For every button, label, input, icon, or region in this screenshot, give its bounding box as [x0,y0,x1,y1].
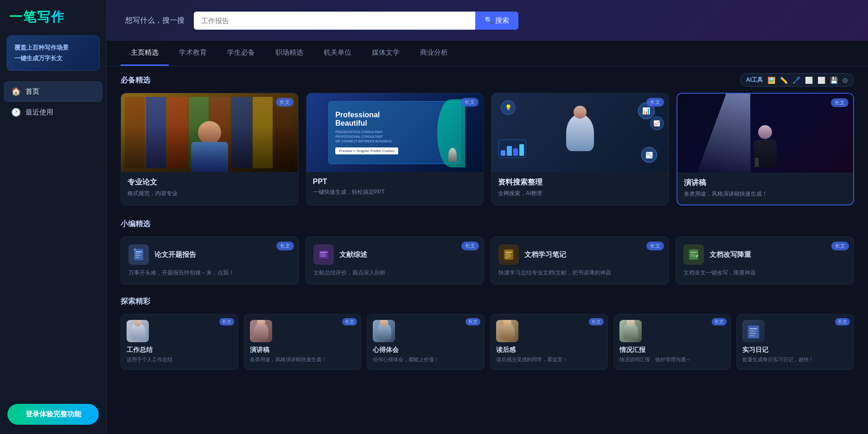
card-speech-badge: 长文 [831,98,849,107]
card-speech-explore[interactable]: 长文 演讲稿 各类用途，风格演讲稿快速生成！ [244,314,362,370]
ai-tool-edit-icon[interactable]: ✏️ [780,77,788,84]
card-experience-badge: 长文 [466,318,480,326]
card-literature-desc: 文献总结评价，观点深入剖析 [313,268,476,277]
card-situation[interactable]: 长文 情况汇报 情况说明汇报，做好管理沟通～ [613,314,731,370]
card-paper[interactable]: 长文 专业论文 格式规范，内容专业 [121,93,299,205]
sidebar: 一笔写作 覆盖上百种写作场景 一键生成万字长文 🏠 首页 🕐 最近使用 登录体验… [0,0,107,434]
ppt-title-text: ProfessionalBeautiful [335,111,380,127]
search-button[interactable]: 🔍 搜索 [475,12,518,30]
ai-tool-frame-icon[interactable]: ⬜ [817,77,825,84]
card-paper-image: 长文 [121,93,298,172]
tab-business[interactable]: 商业分析 [410,41,458,66]
nav-tabs: 主页精选 学术教育 学生必备 职场精选 机关单位 媒体文学 商业分析 [107,41,868,66]
card-rewrite-name: 文档改写降重 [709,250,751,259]
card-rewrite[interactable]: 长文 文档改写降重 文档全文一键改写，降重神器 [676,236,854,285]
card-speech-explore-img [250,320,272,342]
card-literature[interactable]: 长文 文献综述 文献总结评价，观点深入剖析 [306,236,484,285]
content-area: 必备精选 AI工具 🖼️ ✏️ 🖊️ ⬜ ⬜ 💾 ⊙ [107,66,868,434]
card-experience[interactable]: 长文 心得体会 任何心得体会，都能上价值！ [367,314,485,370]
header-search-bar: 想写什么，搜一搜 🔍 搜索 [107,0,868,41]
card-paper-desc: 格式规范，内容专业 [128,189,292,198]
card-reading-img [496,320,518,342]
sidebar-item-recent-label: 最近使用 [26,108,53,117]
card-internship-desc: 批量生成每日实习日记，超快！ [742,356,848,363]
tab-workplace[interactable]: 职场精选 [265,41,313,66]
svg-rect-2 [135,253,140,254]
card-proposal[interactable]: 长文 P 论文开题报告 万事开头难，开题报告特别难～来，点我！ [121,236,299,285]
svg-rect-11 [505,252,512,253]
card-notes-badge: 长文 [646,242,664,250]
sidebar-item-home[interactable]: 🏠 首页 [4,81,102,102]
login-button[interactable]: 登录体验完整功能 [7,404,99,425]
svg-rect-22 [750,333,756,334]
svg-rect-7 [320,252,327,253]
card-ppt-badge: 长文 [461,98,479,107]
svg-rect-13 [505,255,511,256]
section-explore-title: 探索精彩 [121,297,854,306]
tab-media[interactable]: 媒体文学 [362,41,410,66]
card-work-badge: 长文 [219,318,234,326]
ppt-action-label: Preview > Graphic Profile Custom [335,147,398,154]
ai-tool-pen-icon[interactable]: 🖊️ [792,77,800,84]
card-search-info: 资料搜索整理 全网搜索，AI整理 [491,172,669,204]
rewrite-icon [683,244,704,265]
ppt-slide-preview: ProfessionalBeautiful PRESENTATION CONSU… [328,101,461,164]
card-speech[interactable]: 长文 演讲稿 各类用途，风格演讲稿快速生成！ [677,93,855,205]
svg-rect-8 [320,254,326,255]
search-input[interactable] [194,12,475,30]
svg-rect-12 [505,254,510,255]
ai-tool-image-icon[interactable]: 🖼️ [767,77,775,84]
card-work-img [127,320,149,342]
search-bar: 🔍 搜索 [194,12,518,30]
ai-tools-label: AI工具 [746,76,763,84]
card-rewrite-header: 文档改写降重 [683,244,846,265]
ai-tool-camera-icon[interactable]: ⊙ [842,77,848,84]
home-icon: 🏠 [11,87,21,96]
card-search-desc: 全网搜索，AI整理 [498,189,662,198]
ai-tool-crop-icon[interactable]: ⬜ [805,77,813,84]
svg-text:P: P [134,248,136,251]
card-notes[interactable]: 长文 文档学习笔记 快速学习总结专业文档/文献，把书读薄的神器 [491,236,669,285]
card-ppt-desc: 一键快速生成，轻松搞定PPT [313,188,477,196]
card-search[interactable]: 📊 📈 💡 📉 [491,93,669,205]
card-internship-title: 实习日记 [742,346,848,354]
chart-icon-4: 📉 [641,147,657,163]
card-ppt[interactable]: ProfessionalBeautiful PRESENTATION CONSU… [306,93,484,205]
microphone-stand [755,158,759,167]
card-rewrite-desc: 文档全文一键改写，降重神器 [683,268,846,277]
svg-rect-16 [690,252,697,253]
main-content: 想写什么，搜一搜 🔍 搜索 主页精选 学术教育 学生必备 职场精选 机关单位 媒… [107,0,868,434]
explore-cards-grid: 长文 工作总结 适用于个人工作总结 长文 演讲稿 各类用途，风格 [121,314,854,370]
logo-area: 一笔写作 [0,0,106,31]
sidebar-item-recent[interactable]: 🕐 最近使用 [4,102,102,123]
card-internship[interactable]: 长文 实习日记 批量生成每日实习日记，超快！ [736,314,854,370]
card-reading[interactable]: 长文 读后感 读后感没灵感的同学，看这里！ [490,314,608,370]
chart-icon-3: 💡 [501,100,516,115]
tab-featured[interactable]: 主页精选 [121,41,169,66]
ai-tool-save-icon[interactable]: 💾 [830,77,838,84]
notes-icon [498,244,519,265]
ai-toolbar: AI工具 🖼️ ✏️ 🖊️ ⬜ ⬜ 💾 ⊙ [740,73,854,87]
tab-academic[interactable]: 学术教育 [169,41,217,66]
explore-section-divider: 探索精彩 [121,297,854,306]
app-logo: 一笔写作 [9,8,65,26]
card-internship-badge: 长文 [835,318,850,326]
card-rewrite-badge: 长文 [831,242,849,250]
card-paper-info: 专业论文 格式规范，内容专业 [121,172,298,204]
tab-student[interactable]: 学生必备 [217,41,265,66]
card-situation-badge: 长文 [712,318,727,326]
card-work-summary[interactable]: 长文 工作总结 适用于个人工作总结 [121,314,238,370]
svg-rect-9 [320,255,326,256]
card-speech-image: 长文 [677,94,854,172]
tab-gov[interactable]: 机关单位 [313,41,362,66]
card-reading-title: 读后感 [496,346,602,354]
sidebar-nav: 🏠 首页 🕐 最近使用 [0,81,106,123]
editor-cards-grid: 长文 P 论文开题报告 万事开头难，开题报告特别难～来，点我！ 长文 文献综述 [121,236,854,285]
card-reading-desc: 读后感没灵感的同学，看这里！ [496,356,602,363]
card-literature-header: 文献综述 [313,244,476,265]
search-hint-text: 想写什么，搜一搜 [125,16,185,26]
sidebar-item-home-label: 首页 [26,87,39,96]
card-paper-badge: 长文 [276,98,294,107]
card-search-badge: 长文 [646,98,664,107]
card-speech-info: 演讲稿 各类用途，风格演讲稿快速生成！ [677,172,854,204]
